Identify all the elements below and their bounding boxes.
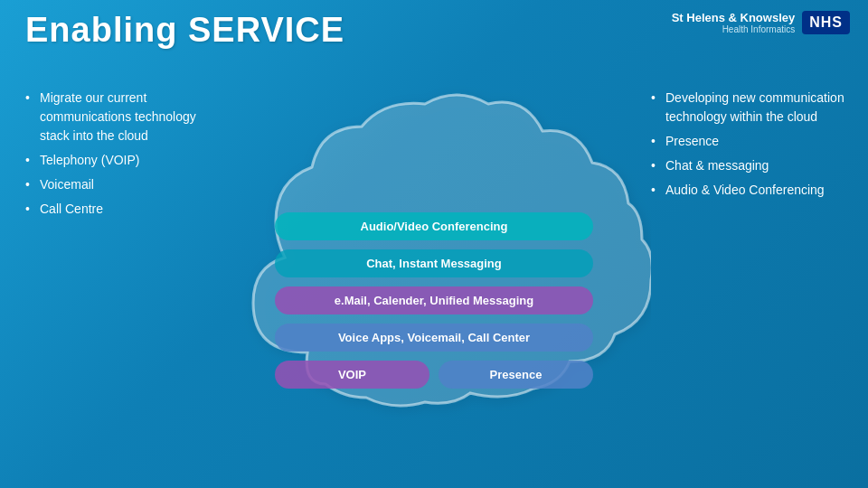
- list-item: Call Centre: [25, 197, 224, 221]
- pill-chat-messaging: Chat, Instant Messaging: [275, 249, 593, 277]
- list-item: Migrate our current communications techn…: [25, 86, 224, 148]
- logo-org: St Helens & Knowsley: [672, 11, 796, 24]
- list-item: Presence: [651, 129, 850, 154]
- logo-sub: Health Informatics: [672, 24, 796, 34]
- nhs-badge: NHS: [802, 11, 850, 34]
- right-bullet-list: Developing new communication technology …: [651, 86, 850, 202]
- page-title: Enabling SERVICE: [25, 11, 344, 50]
- pill-audio-video: Audio/Video Conferencing: [275, 212, 593, 240]
- list-item: Chat & messaging: [651, 154, 850, 178]
- right-panel: Developing new communication technology …: [651, 86, 850, 202]
- left-bullet-list: Migrate our current communications techn…: [25, 86, 224, 221]
- list-item: Telephony (VOIP): [25, 148, 224, 173]
- cloud-shape: Audio/Video Conferencing Chat, Instant M…: [217, 72, 651, 452]
- list-item: Developing new communication technology …: [651, 86, 850, 129]
- logo-area: St Helens & Knowsley Health Informatics …: [672, 11, 850, 34]
- header: Enabling SERVICE St Helens & Knowsley He…: [25, 11, 850, 50]
- pill-email: e.Mail, Calender, Unified Messaging: [275, 286, 593, 314]
- list-item: Audio & Video Conferencing: [651, 178, 850, 202]
- left-panel: Migrate our current communications techn…: [25, 86, 224, 221]
- list-item: Voicemail: [25, 173, 224, 197]
- bottom-pill-row: VOIP Presence: [275, 361, 593, 389]
- pills-area: Audio/Video Conferencing Chat, Instant M…: [253, 212, 615, 389]
- pill-voip: VOIP: [275, 361, 429, 389]
- pill-presence: Presence: [439, 361, 593, 389]
- pill-voice-apps: Voice Apps, Voicemail, Call Center: [275, 324, 593, 352]
- cloud-container: Audio/Video Conferencing Chat, Instant M…: [208, 54, 660, 470]
- logo-text: St Helens & Knowsley Health Informatics: [672, 11, 796, 34]
